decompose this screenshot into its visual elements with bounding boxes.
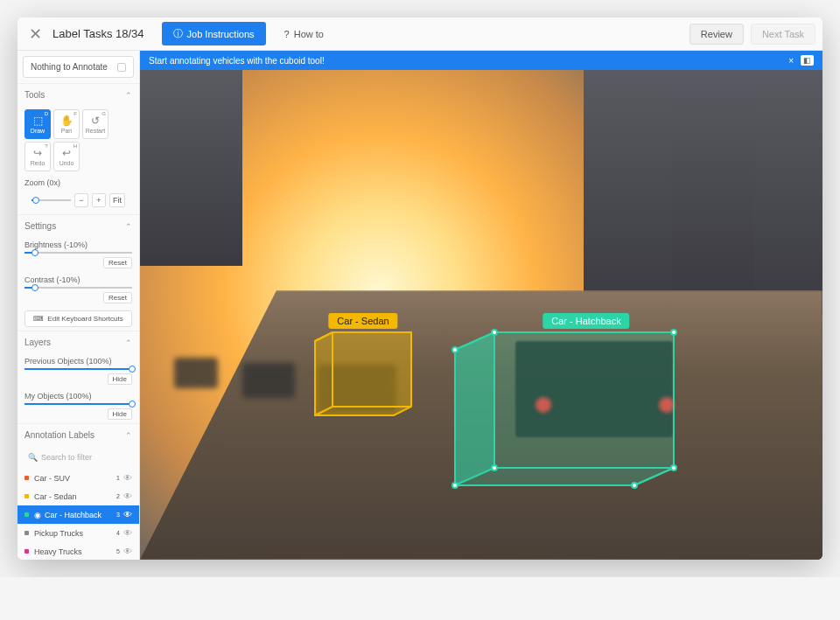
- settings-section-header[interactable]: Settings ⌃: [18, 214, 139, 237]
- pan-tool-button[interactable]: F ✋ Pan: [53, 109, 80, 139]
- main-canvas-area: Start annotating vehicles with the cuboi…: [140, 51, 822, 560]
- contrast-reset-button[interactable]: Reset: [103, 292, 132, 303]
- eye-icon[interactable]: 👁: [123, 528, 132, 538]
- label-shortcut-number: 5: [116, 548, 120, 554]
- label-name: Car - Sedan: [34, 492, 116, 501]
- annotation-label: Car - Hatchback: [542, 313, 629, 329]
- brightness-reset-button[interactable]: Reset: [103, 257, 132, 268]
- label-name: Heavy Trucks: [34, 547, 116, 556]
- label-color-dot: [24, 549, 29, 554]
- label-color-dot: [24, 512, 29, 517]
- next-task-button[interactable]: Next Task: [751, 24, 816, 45]
- resize-handle[interactable]: [452, 346, 458, 353]
- labels-section-header[interactable]: Annotation Labels ⌃: [18, 423, 139, 446]
- layers-section-header[interactable]: Layers ⌃: [18, 331, 139, 353]
- my-objects-slider[interactable]: [24, 403, 132, 405]
- label-shortcut-number: 3: [116, 512, 120, 518]
- label-item[interactable]: Heavy Trucks5👁: [18, 542, 139, 560]
- previous-objects-hide-button[interactable]: Hide: [108, 373, 132, 385]
- how-to-button[interactable]: ? How to: [273, 24, 335, 45]
- redo-icon: ↪: [33, 147, 42, 159]
- undo-icon: ↩: [62, 147, 71, 159]
- my-objects-control: My Objects (100%) Hide: [18, 388, 139, 423]
- label-color-dot: [24, 531, 29, 535]
- eye-icon[interactable]: 👁: [123, 510, 132, 519]
- label-color-dot: [24, 494, 29, 498]
- eye-icon[interactable]: 👁: [123, 547, 132, 556]
- info-icon: ⓘ: [173, 27, 183, 40]
- label-name: Car - Hatchback: [45, 511, 116, 519]
- checkbox-icon: [117, 63, 126, 72]
- resize-handle[interactable]: [631, 482, 638, 489]
- panel-toggle-icon[interactable]: ◧: [801, 55, 814, 66]
- restart-icon: ↺: [91, 115, 100, 127]
- svg-marker-0: [315, 332, 411, 415]
- redo-tool-button[interactable]: T ↪ Redo: [24, 142, 51, 171]
- resize-handle[interactable]: [491, 329, 498, 336]
- previous-objects-control: Previous Objects (100%) Hide: [18, 353, 139, 388]
- chevron-up-icon: ⌃: [125, 431, 132, 440]
- banner-close-button[interactable]: ×: [788, 56, 794, 66]
- annotation-canvas[interactable]: Car - Sedan Car - Hatchback: [140, 70, 822, 560]
- body: Nothing to Annotate Tools ⌃ D ⬚ Draw F ✋…: [18, 51, 822, 560]
- search-icon: 🔍: [28, 453, 38, 462]
- label-name: Pickup Trucks: [34, 529, 116, 538]
- resize-handle[interactable]: [491, 464, 498, 471]
- tool-grid: D ⬚ Draw F ✋ Pan G ↺ Restart T ↪ Red: [18, 106, 139, 175]
- label-item[interactable]: Car - Sedan2👁: [18, 487, 139, 505]
- restart-tool-button[interactable]: G ↺ Restart: [82, 109, 108, 139]
- contrast-control: Contrast (-10%) Reset: [18, 272, 139, 307]
- hand-icon: ✋: [60, 115, 74, 127]
- banner-text: Start annotating vehicles with the cuboi…: [149, 56, 325, 66]
- chevron-up-icon: ⌃: [125, 222, 132, 231]
- label-shortcut-number: 2: [116, 493, 120, 499]
- label-item[interactable]: Pickup Trucks4👁: [18, 524, 139, 542]
- radio-icon: ◉: [34, 511, 41, 519]
- chevron-up-icon: ⌃: [125, 91, 132, 100]
- info-banner: Start annotating vehicles with the cuboi…: [140, 51, 822, 70]
- labels-list: Car - SUV1👁Car - Sedan2👁◉Car - Hatchback…: [18, 469, 139, 560]
- job-instructions-button[interactable]: ⓘ Job Instructions: [162, 22, 266, 45]
- zoom-fit-button[interactable]: Fit: [109, 193, 125, 207]
- help-icon: ?: [284, 29, 290, 39]
- label-shortcut-number: 4: [116, 530, 120, 536]
- label-item[interactable]: ◉Car - Hatchback3👁: [18, 505, 139, 524]
- zoom-in-button[interactable]: +: [92, 193, 106, 207]
- label-color-dot: [24, 476, 29, 480]
- annotation-label: Car - Sedan: [328, 313, 397, 329]
- annotation-cuboid-sedan[interactable]: Car - Sedan: [315, 332, 411, 415]
- header-bar: ✕ Label Tasks 18/34 ⓘ Job Instructions ?…: [18, 17, 822, 51]
- review-button[interactable]: Review: [690, 24, 744, 45]
- tools-section-header[interactable]: Tools ⌃: [18, 83, 139, 106]
- annotation-cuboid-hatchback[interactable]: Car - Hatchback: [455, 332, 674, 485]
- brightness-control: Brightness (-10%) Reset: [18, 237, 139, 272]
- label-search-input[interactable]: 🔍 Search to filter: [24, 449, 132, 465]
- chevron-up-icon: ⌃: [125, 338, 132, 347]
- sidebar: Nothing to Annotate Tools ⌃ D ⬚ Draw F ✋…: [18, 51, 140, 560]
- contrast-slider[interactable]: [24, 287, 132, 289]
- undo-tool-button[interactable]: H ↩ Undo: [53, 142, 80, 171]
- nothing-to-annotate-toggle[interactable]: Nothing to Annotate: [23, 56, 134, 78]
- svg-marker-6: [455, 332, 494, 485]
- keyboard-shortcuts-button[interactable]: ⌨ Edit Keyboard Shortcuts: [24, 310, 132, 327]
- cube-icon: ⬚: [33, 115, 43, 127]
- zoom-out-button[interactable]: −: [74, 193, 88, 207]
- resize-handle[interactable]: [670, 464, 677, 471]
- resize-handle[interactable]: [452, 482, 458, 489]
- resize-handle[interactable]: [670, 329, 677, 336]
- keyboard-icon: ⌨: [33, 315, 44, 323]
- label-shortcut-number: 1: [116, 475, 120, 481]
- previous-objects-slider[interactable]: [24, 368, 132, 370]
- eye-icon[interactable]: 👁: [123, 491, 132, 501]
- label-item[interactable]: Car - SUV1👁: [18, 469, 139, 487]
- zoom-control: Zoom (0x) − + Fit: [18, 175, 139, 214]
- draw-tool-button[interactable]: D ⬚ Draw: [24, 109, 51, 139]
- my-objects-hide-button[interactable]: Hide: [108, 408, 132, 420]
- label-name: Car - SUV: [34, 474, 116, 483]
- app-window: ✕ Label Tasks 18/34 ⓘ Job Instructions ?…: [18, 17, 822, 560]
- close-button[interactable]: ✕: [24, 24, 46, 45]
- eye-icon[interactable]: 👁: [123, 473, 132, 483]
- zoom-slider[interactable]: [32, 199, 71, 201]
- page-title: Label Tasks 18/34: [52, 27, 144, 40]
- brightness-slider[interactable]: [24, 252, 132, 254]
